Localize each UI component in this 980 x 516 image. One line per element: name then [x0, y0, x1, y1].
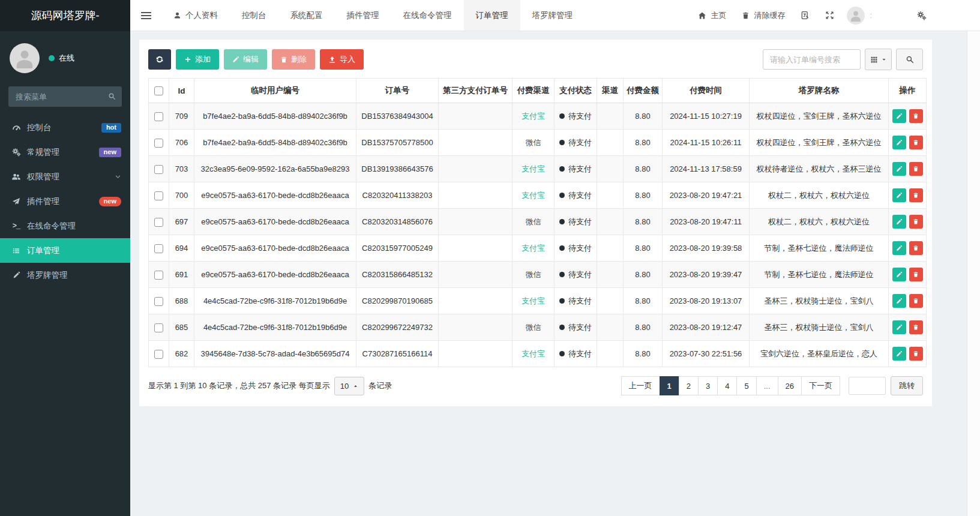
row-select-cell [149, 235, 169, 262]
table-row: 706b7fe4ae2-ba9a-6dd5-84b8-d89402c36f9bD… [149, 130, 927, 156]
sidebar-item-2[interactable]: 常规管理new [0, 140, 130, 164]
pay-time-cell: 2023-08-20 19:39:47 [663, 262, 750, 288]
row-checkbox[interactable] [154, 350, 163, 359]
menu-search-input[interactable] [8, 86, 122, 107]
fullscreen-toggle[interactable] [817, 0, 842, 31]
row-checkbox[interactable] [154, 297, 163, 306]
settings-link[interactable] [909, 0, 934, 31]
refresh-button[interactable] [148, 49, 171, 70]
search-button[interactable] [896, 49, 923, 70]
row-delete-button[interactable] [909, 215, 923, 229]
pencil-icon [232, 56, 239, 63]
home-icon [698, 11, 706, 20]
page-button[interactable]: 1 [660, 376, 679, 395]
row-delete-button[interactable] [909, 347, 923, 361]
pay-time-cell: 2023-08-20 19:47:21 [663, 182, 750, 209]
id-cell: 703 [169, 156, 194, 182]
jump-page-input[interactable] [849, 377, 886, 395]
add-button[interactable]: 添加 [176, 49, 219, 70]
row-edit-button[interactable] [892, 294, 906, 308]
order-no-cell: C820320314856076 [356, 209, 439, 235]
menu-badge: new [99, 148, 121, 157]
delete-button[interactable]: 删除 [272, 49, 315, 70]
row-delete-button[interactable] [909, 162, 923, 176]
status-text: 待支付 [568, 112, 592, 121]
page-button[interactable]: 3 [698, 376, 718, 395]
row-checkbox[interactable] [154, 218, 163, 227]
row-checkbox[interactable] [154, 165, 163, 174]
row-edit-button[interactable] [892, 215, 906, 229]
order-search-input[interactable] [763, 49, 861, 70]
tab-4[interactable]: 插件管理 [335, 0, 391, 31]
scrollbar-track[interactable] [967, 31, 980, 516]
home-link[interactable]: 主页 [690, 0, 734, 31]
import-button-label: 导入 [340, 54, 355, 65]
column-header: 临时用户编号 [194, 79, 356, 103]
sidebar-item-3[interactable]: 权限管理 [0, 164, 130, 189]
pay-time-cell: 2024-11-13 17:58:59 [663, 156, 750, 182]
sidebar-toggle-button[interactable] [130, 0, 161, 31]
pay-time-cell: 2023-08-20 19:47:11 [663, 209, 750, 235]
avatar[interactable] [847, 7, 865, 25]
temp-user-cell: e9ce0575-aa63-6170-bede-dcd8b26eaaca [194, 235, 356, 262]
actions-cell [889, 130, 927, 156]
sidebar-item-7[interactable]: 塔罗牌管理 [0, 263, 130, 287]
row-delete-button[interactable] [909, 294, 923, 308]
page-button[interactable]: 4 [717, 376, 737, 395]
prev-page-button[interactable]: 上一页 [621, 376, 660, 395]
row-delete-button[interactable] [909, 188, 923, 202]
avatar[interactable] [10, 43, 40, 73]
pay-status-cell: 待支付 [555, 235, 597, 262]
import-button[interactable]: 导入 [320, 49, 364, 70]
pay-channel-text: 支付宝 [522, 244, 545, 253]
row-checkbox[interactable] [154, 139, 163, 148]
edit-button[interactable]: 编辑 [224, 49, 267, 70]
row-delete-button[interactable] [909, 320, 923, 334]
page-button[interactable]: 2 [679, 376, 699, 395]
columns-toggle-button[interactable] [865, 49, 892, 70]
page-size-select[interactable]: 10 [334, 377, 364, 395]
row-checkbox[interactable] [154, 112, 163, 121]
qudao-cell [597, 130, 624, 156]
tab-3[interactable]: 系统配置 [278, 0, 335, 31]
tab-2[interactable]: 控制台 [230, 0, 278, 31]
page-button[interactable]: 26 [778, 376, 802, 395]
pay-status-cell: 待支付 [555, 103, 597, 130]
row-checkbox[interactable] [154, 191, 163, 200]
row-checkbox[interactable] [154, 323, 163, 332]
table-row: 694e9ce0575-aa63-6170-bede-dcd8b26eaacaC… [149, 235, 927, 262]
clear-cache-link[interactable]: 清除缓存 [734, 0, 793, 31]
tab-6[interactable]: 订单管理 [464, 0, 520, 31]
row-delete-button[interactable] [909, 109, 923, 123]
clear-cache-label: 清除缓存 [754, 10, 785, 21]
row-edit-button[interactable] [892, 320, 906, 334]
row-edit-button[interactable] [892, 136, 906, 149]
language-switch[interactable] [793, 0, 817, 31]
row-edit-button[interactable] [892, 188, 906, 202]
next-page-button[interactable]: 下一页 [801, 376, 840, 395]
navbar-right: 主页 清除缓存 : [690, 0, 980, 31]
row-delete-button[interactable] [909, 136, 923, 149]
tab-5[interactable]: 在线命令管理 [391, 0, 464, 31]
sidebar-item-1[interactable]: 控制台hot [0, 115, 130, 140]
row-edit-button[interactable] [892, 109, 906, 123]
sidebar-item-5[interactable]: >_在线命令管理 [0, 214, 130, 238]
row-edit-button[interactable] [892, 268, 906, 281]
jump-button[interactable]: 跳转 [891, 376, 923, 395]
sidebar-item-6[interactable]: 订单管理 [0, 238, 130, 263]
row-delete-button[interactable] [909, 241, 923, 255]
sidebar-item-4[interactable]: 插件管理new [0, 189, 130, 214]
row-checkbox[interactable] [154, 271, 163, 280]
tab-7[interactable]: 塔罗牌管理 [520, 0, 585, 31]
row-checkbox[interactable] [154, 244, 163, 253]
column-header: 付费金额 [624, 79, 663, 103]
select-all-checkbox[interactable] [154, 86, 163, 95]
pay-status-cell: 待支付 [555, 314, 597, 341]
row-edit-button[interactable] [892, 347, 906, 361]
row-edit-button[interactable] [892, 162, 906, 176]
caret-up-icon [353, 383, 358, 389]
row-edit-button[interactable] [892, 241, 906, 255]
row-delete-button[interactable] [909, 268, 923, 281]
tab-1[interactable]: 个人资料 [161, 0, 230, 31]
page-button[interactable]: 5 [736, 376, 756, 395]
